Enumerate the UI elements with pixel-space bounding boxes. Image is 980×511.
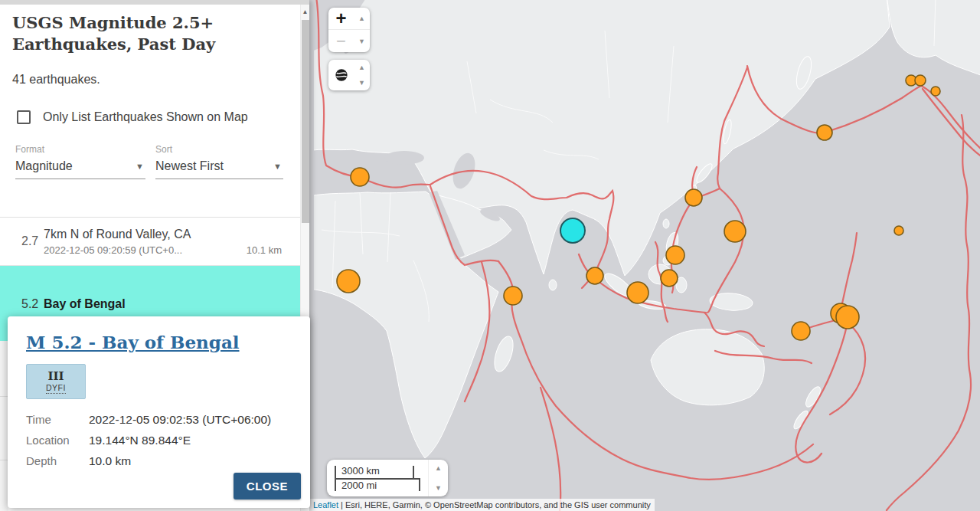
earthquake-marker[interactable] [894, 226, 903, 235]
depth-label: Depth [26, 454, 89, 468]
format-label: Format [15, 144, 145, 155]
earthquake-marker[interactable] [792, 322, 810, 340]
scroll-down-icon[interactable]: ▼ [354, 78, 370, 87]
globe-icon [335, 68, 348, 82]
earthquake-marker[interactable] [351, 168, 369, 186]
scroll-up-icon[interactable]: ▲ [435, 464, 442, 472]
scroll-down-icon[interactable]: ▼ [354, 30, 370, 52]
leaflet-link[interactable]: Leaflet [313, 500, 338, 509]
earthquake-marker[interactable] [504, 287, 522, 305]
earthquake-marker[interactable] [661, 270, 678, 287]
magnitude: 2.7 [0, 234, 44, 248]
time-value: 2022-12-05 09:02:53 (UTC+06:00) [89, 413, 292, 427]
zoom-in-button[interactable]: + [328, 8, 354, 30]
usgs-earthquakes-app: + ▲ − ▼ ▲ ▼ 3000 km 2000 mi [0, 0, 980, 511]
dyfi-label: DYFI [46, 383, 66, 394]
event-title: Bay of Bengal [44, 297, 282, 311]
location-label: Location [26, 434, 89, 447]
earthquake-marker[interactable] [586, 267, 603, 284]
earthquake-marker[interactable] [817, 125, 832, 140]
time-label: Time [26, 413, 89, 427]
top-divider [0, 0, 309, 5]
earthquake-marker[interactable] [915, 75, 926, 86]
zoom-out-button[interactable]: − [328, 30, 354, 52]
projection-control: ▲ ▼ [328, 60, 370, 90]
earthquake-marker[interactable] [724, 221, 746, 242]
format-value: Magnitude [15, 159, 73, 173]
world-basemap [314, 0, 980, 511]
scale-bar: 3000 km 2000 mi [335, 464, 428, 492]
checkbox-label: Only List Earthquakes Shown on Map [43, 106, 248, 127]
earthquake-marker[interactable] [685, 189, 702, 206]
scale-mi-label: 2000 mi [341, 480, 377, 491]
scroll-up-icon[interactable]: ▲ [354, 63, 370, 72]
depth-value: 10.0 km [89, 454, 292, 468]
earthquake-marker[interactable] [666, 246, 684, 264]
chevron-down-icon: ▼ [136, 162, 144, 171]
format-select[interactable]: Magnitude ▼ [15, 155, 145, 179]
scroll-down-icon[interactable]: ▼ [435, 484, 442, 492]
earthquake-marker[interactable] [627, 282, 648, 303]
sort-select[interactable]: Newest First ▼ [155, 155, 283, 179]
event-attributes: Time 2022-12-05 09:02:53 (UTC+06:00) Loc… [26, 413, 292, 468]
location-value: 19.144°N 89.844°E [89, 434, 292, 447]
scrollbar-up-icon[interactable]: ▲ [301, 5, 309, 15]
event-detail-link[interactable]: M 5.2 - Bay of Bengal [26, 332, 240, 352]
event-depth: 10.1 km [247, 244, 282, 256]
earthquake-marker[interactable] [836, 306, 859, 329]
earthquake-list-panel: USGS Magnitude 2.5+ Earthquakes, Past Da… [0, 0, 309, 511]
chevron-down-icon: ▼ [273, 162, 282, 171]
only-list-shown-checkbox[interactable] [17, 110, 31, 124]
event-detail-panel: M 5.2 - Bay of Bengal III DYFI Time 2022… [8, 316, 310, 508]
earthquake-list-item[interactable]: 2.7 7km N of Round Valley, CA 2022-12-05… [0, 218, 300, 266]
filter-row: Only List Earthquakes Shown on Map [17, 106, 297, 127]
map-attribution: Leaflet | Esri, HERE, Garmin, © OpenStre… [309, 499, 655, 511]
scroll-up-icon[interactable]: ▲ [354, 8, 370, 30]
map[interactable]: + ▲ − ▼ ▲ ▼ 3000 km 2000 mi [309, 0, 980, 511]
event-time: 2022-12-05 09:20:59 (UTC+0... [44, 244, 182, 256]
page-title: USGS Magnitude 2.5+ Earthquakes, Past Da… [12, 12, 257, 56]
map-scale-control: 3000 km 2000 mi ▲ ▼ [327, 460, 448, 496]
dyfi-badge[interactable]: III DYFI [26, 364, 86, 399]
earthquake-marker[interactable] [931, 87, 940, 96]
scale-km-label: 3000 km [341, 465, 380, 477]
zoom-control: + ▲ − ▼ [328, 8, 370, 52]
earthquake-count: 41 earthquakes. [12, 73, 297, 87]
event-title: 7km N of Round Valley, CA [44, 228, 282, 241]
selected-earthquake-marker[interactable] [560, 218, 585, 243]
earthquake-marker[interactable] [337, 270, 360, 293]
attribution-text: | Esri, HERE, Garmin, © OpenStreetMap co… [341, 500, 651, 509]
scrollbar-thumb[interactable] [302, 20, 309, 223]
globe-button[interactable] [328, 60, 354, 90]
dyfi-intensity: III [47, 370, 64, 383]
close-button[interactable]: CLOSE [234, 473, 301, 500]
magnitude: 5.2 [0, 297, 44, 311]
sort-value: Newest First [155, 159, 224, 173]
sort-label: Sort [155, 144, 283, 155]
